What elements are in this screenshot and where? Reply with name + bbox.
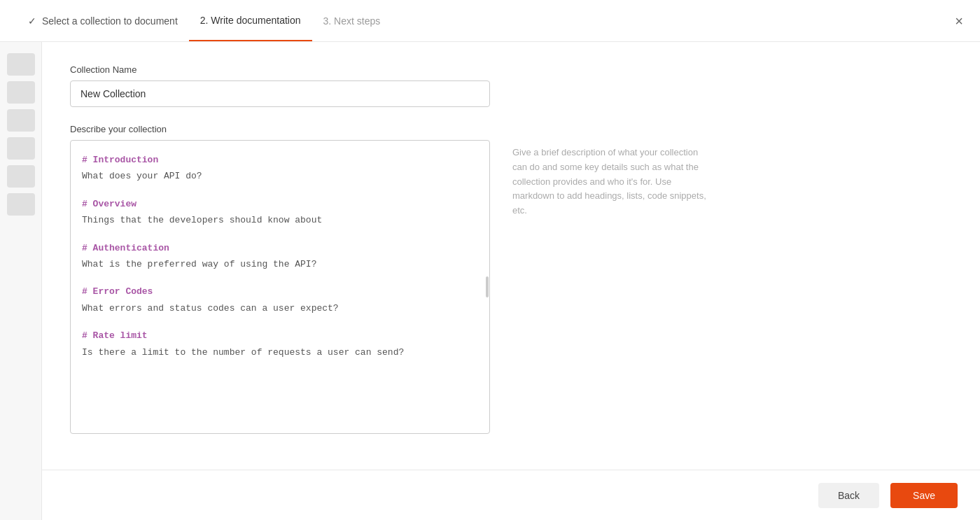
- section-rate-limit: # Rate limit Is there a limit to the num…: [82, 328, 478, 360]
- section-authentication: # Authentication What is the preferred w…: [82, 240, 478, 273]
- collection-name-input[interactable]: [70, 80, 490, 107]
- modal-footer: Back Save: [42, 470, 980, 520]
- heading-error-codes: # Error Codes: [82, 283, 478, 300]
- modal: ✓ Select a collection to document 2. Wri…: [0, 0, 980, 520]
- hint-text: Give a brief description of what your co…: [512, 140, 708, 218]
- body-authentication: What is the preferred way of using the A…: [82, 256, 478, 272]
- close-icon: ×: [955, 13, 963, 29]
- modal-header: ✓ Select a collection to document 2. Wri…: [0, 0, 980, 42]
- editor-container: # Introduction What does your API do? # …: [70, 140, 490, 434]
- back-button[interactable]: Back: [818, 483, 879, 508]
- section-introduction: # Introduction What does your API do?: [82, 152, 478, 185]
- editor-row: # Introduction What does your API do? # …: [70, 140, 952, 434]
- heading-rate-limit: # Rate limit: [82, 328, 478, 344]
- sidebar-item-4: [7, 137, 35, 160]
- close-button[interactable]: ×: [955, 14, 963, 28]
- heading-overview: # Overview: [82, 196, 478, 212]
- collection-name-label: Collection Name: [70, 64, 952, 75]
- sidebar: [0, 42, 42, 520]
- step-3[interactable]: 3. Next steps: [312, 0, 392, 41]
- sidebar-item-1: [7, 53, 35, 76]
- main-content: Collection Name Describe your collection…: [42, 42, 980, 520]
- describe-field: Describe your collection # Introduction …: [70, 124, 952, 434]
- sidebar-item-6: [7, 193, 35, 216]
- describe-label: Describe your collection: [70, 124, 952, 134]
- form-area: Collection Name Describe your collection…: [42, 42, 980, 470]
- body-error-codes: What errors and status codes can a user …: [82, 300, 478, 316]
- heading-authentication: # Authentication: [82, 240, 478, 256]
- step-3-label: 3. Next steps: [323, 15, 381, 27]
- check-icon: ✓: [28, 15, 36, 27]
- sidebar-item-2: [7, 81, 35, 104]
- body-introduction: What does your API do?: [82, 168, 478, 184]
- editor-display[interactable]: # Introduction What does your API do? # …: [70, 140, 490, 434]
- body-layout: Collection Name Describe your collection…: [0, 42, 980, 520]
- step-1-label: Select a collection to document: [42, 15, 178, 27]
- heading-introduction: # Introduction: [82, 152, 478, 168]
- step-2[interactable]: 2. Write documentation: [189, 0, 312, 41]
- body-rate-limit: Is there a limit to the number of reques…: [82, 344, 478, 360]
- section-error-codes: # Error Codes What errors and status cod…: [82, 283, 478, 316]
- save-button[interactable]: Save: [890, 483, 958, 508]
- body-overview: Things that the developers should know a…: [82, 212, 478, 228]
- collection-name-field: Collection Name: [70, 64, 952, 107]
- sidebar-item-3: [7, 109, 35, 132]
- section-overview: # Overview Things that the developers sh…: [82, 196, 478, 229]
- modal-overlay: ✓ Select a collection to document 2. Wri…: [0, 0, 980, 520]
- sidebar-item-5: [7, 165, 35, 188]
- step-2-label: 2. Write documentation: [200, 15, 301, 26]
- scrollbar-indicator: [486, 276, 489, 297]
- step-1[interactable]: ✓ Select a collection to document: [17, 0, 189, 41]
